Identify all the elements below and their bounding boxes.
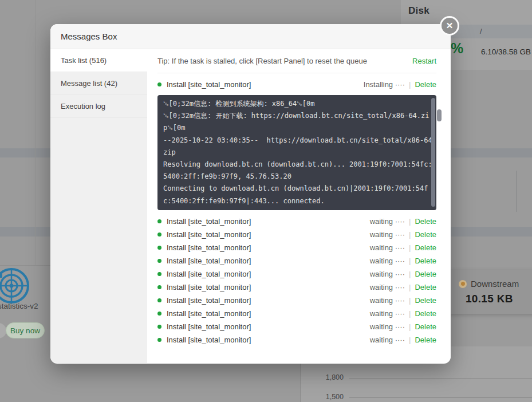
task-row: Install [site_total_monitor] waiting ···… [157, 241, 436, 254]
dialog-title: Messages Box [61, 31, 117, 41]
delete-task-button[interactable]: Delete [415, 283, 436, 291]
task-list-scrollbar-thumb[interactable] [437, 109, 442, 121]
close-icon[interactable]: ✕ [440, 16, 459, 36]
status-dot-icon [157, 298, 161, 302]
status-dot-icon [157, 338, 161, 342]
terminal-scrollbar-thumb[interactable] [431, 98, 435, 207]
dialog-sidebar: Task list (516) Message list (42) Execut… [50, 49, 147, 363]
page: { "modal": { "title": "Messages Box", "c… [0, 0, 532, 402]
status-dot-icon [157, 272, 161, 276]
sidebar-item-task-list[interactable]: Task list (516) [50, 49, 147, 72]
plugin-name: statistics-v2 [0, 302, 38, 310]
delete-task-button[interactable]: Delete [415, 243, 436, 252]
statistics-plugin-icon [0, 267, 30, 305]
messages-box-dialog: ✕ Messages Box Task list (516) Message l… [50, 24, 451, 364]
task-row: Install [site_total_monitor] waiting ···… [157, 320, 436, 333]
sidebar-item-execution-log[interactable]: Execution log [50, 95, 147, 118]
delete-task-button[interactable]: Delete [415, 336, 436, 344]
delete-task-button[interactable]: Delete [415, 296, 436, 305]
delete-task-button[interactable]: Delete [415, 270, 436, 278]
task-row: Install [site_total_monitor] waiting ···… [157, 333, 436, 346]
tip-text: Tip: If the task is stalled, click [Rest… [157, 57, 367, 65]
restart-button[interactable]: Restart [412, 57, 436, 65]
disk-percent-symbol: % [451, 40, 463, 57]
status-dot-icon [157, 232, 161, 237]
delete-task-button[interactable]: Delete [415, 257, 436, 265]
tooltip-series-label: Downstream [471, 279, 519, 289]
task-row-installing: Install [site_total_monitor] Installing … [157, 73, 436, 95]
status-dot-icon [157, 312, 161, 316]
status-dot-icon [157, 246, 161, 250]
chart-gridline [349, 397, 532, 398]
background-divider [0, 265, 50, 266]
y-axis-tick: 1,800 [318, 373, 344, 381]
chart-tooltip [446, 270, 532, 314]
task-row: Install [site_total_monitor] waiting ···… [157, 254, 436, 267]
task-row: Install [site_total_monitor] waiting ···… [157, 307, 436, 320]
status-dot-icon [157, 285, 161, 289]
status-dot-icon [157, 259, 161, 263]
tooltip-series-value: 10.15 KB [466, 293, 513, 305]
background-divider [516, 171, 517, 212]
delete-task-button[interactable]: Delete [415, 322, 436, 331]
delete-task-button[interactable]: Delete [415, 230, 436, 239]
status-dot-icon [157, 219, 161, 223]
background-divider [36, 0, 36, 265]
task-list-panel: Tip: If the task is stalled, click [Rest… [147, 49, 451, 363]
chart-gridline [349, 378, 532, 379]
task-row: Install [site_total_monitor] waiting ···… [157, 267, 436, 281]
delete-task-button[interactable]: Delete [415, 217, 436, 226]
disk-usage-value: 6.10/38.58 GB [481, 48, 531, 56]
task-row: Install [site_total_monitor] waiting ···… [157, 294, 436, 307]
delete-task-button[interactable]: Delete [415, 80, 436, 89]
disk-panel-title: Disk [408, 5, 429, 17]
disk-mount-point: / [480, 27, 482, 36]
delete-task-button[interactable]: Delete [415, 309, 436, 318]
y-axis-tick: 1,500 [318, 393, 344, 401]
task-row: Install [site_total_monitor] waiting ···… [157, 228, 436, 241]
sidebar-item-message-list[interactable]: Message list (42) [50, 72, 147, 95]
task-row: Install [site_total_monitor] waiting ···… [157, 281, 436, 294]
dialog-header: Messages Box [50, 24, 451, 49]
task-row: Install [site_total_monitor] waiting ···… [157, 215, 436, 228]
tip-bar: Tip: If the task is stalled, click [Rest… [157, 49, 436, 73]
status-dot-icon [157, 325, 161, 329]
downstream-dot-icon [459, 280, 467, 288]
install-log-terminal: ␛[0;32m信息: 检测到系统架构: x86_64␛[0m ␛[0;32m信息… [157, 95, 436, 210]
status-dot-icon [157, 82, 161, 86]
task-status: Installing ···· [364, 80, 405, 89]
buy-now-button: Buy now [6, 322, 45, 338]
chart-tooltip-series-row: Downstream [459, 279, 519, 289]
